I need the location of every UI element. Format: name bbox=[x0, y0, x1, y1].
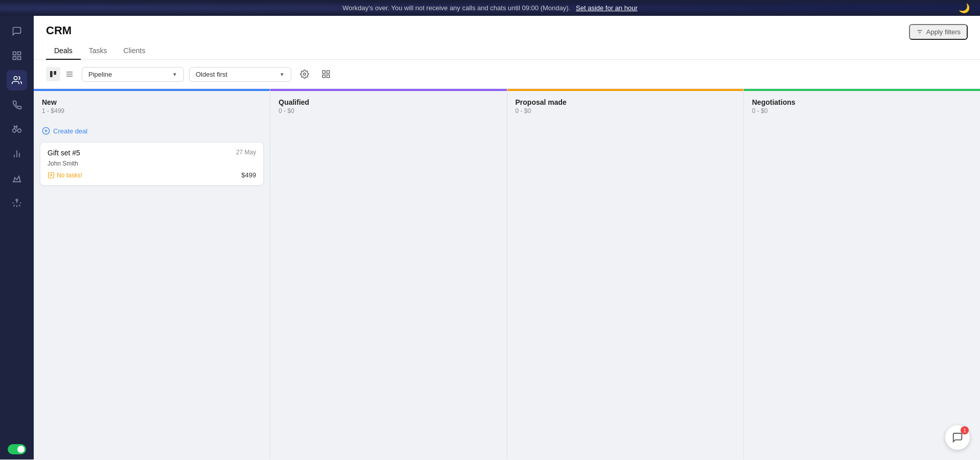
svg-rect-3 bbox=[18, 57, 21, 60]
sidebar-bottom bbox=[8, 444, 26, 454]
notification-bar: Workday's over. You will not receive any… bbox=[0, 0, 980, 16]
moon-icon: 🌙 bbox=[959, 3, 970, 14]
column-negotiations: Negotiations 0 - $0 bbox=[744, 89, 980, 459]
tab-deals[interactable]: Deals bbox=[46, 42, 81, 60]
deal-name: Gift set #5 bbox=[48, 149, 80, 157]
column-new-count: 1 - $499 bbox=[42, 107, 262, 114]
main-content: CRM Apply filters Deals Tasks Clients bbox=[34, 16, 980, 459]
column-negotiations-body bbox=[744, 120, 980, 459]
column-new-header: New 1 - $499 bbox=[34, 91, 270, 120]
deal-task-badge: No tasks! bbox=[48, 172, 82, 179]
sidebar-icon-phone[interactable] bbox=[7, 95, 27, 115]
column-proposal-title: Proposal made bbox=[516, 98, 735, 106]
kanban-board: New 1 - $499 Create deal Gift set #5 27 … bbox=[34, 89, 980, 459]
svg-point-4 bbox=[14, 77, 17, 80]
column-proposal-count: 0 - $0 bbox=[516, 107, 735, 114]
svg-rect-0 bbox=[13, 52, 16, 55]
toolbar: Pipeline ▼ Oldest first ▼ bbox=[34, 60, 980, 89]
view-toggle bbox=[46, 67, 77, 81]
list-view-button[interactable] bbox=[62, 67, 77, 81]
notification-message: Workday's over. You will not receive any… bbox=[342, 4, 570, 12]
svg-rect-22 bbox=[327, 71, 330, 73]
svg-rect-23 bbox=[322, 75, 325, 78]
column-negotiations-header: Negotiations 0 - $0 bbox=[744, 91, 980, 120]
deal-date: 27 May bbox=[236, 149, 256, 156]
deal-card[interactable]: Gift set #5 27 May John Smith No tasks! … bbox=[40, 142, 264, 186]
deal-footer: No tasks! $499 bbox=[48, 171, 256, 179]
column-qualified-count: 0 - $0 bbox=[278, 107, 498, 114]
column-negotiations-count: 0 - $0 bbox=[752, 107, 972, 114]
deal-amount: $499 bbox=[241, 171, 256, 179]
deal-person: John Smith bbox=[48, 160, 256, 167]
chat-bubble-button[interactable]: 1 bbox=[945, 425, 970, 450]
pipeline-label: Pipeline bbox=[88, 71, 112, 78]
svg-point-10 bbox=[16, 199, 17, 201]
svg-rect-2 bbox=[13, 57, 16, 60]
svg-rect-15 bbox=[50, 71, 53, 77]
svg-rect-1 bbox=[18, 52, 21, 55]
apply-filters-label: Apply filters bbox=[926, 28, 961, 36]
column-proposal: Proposal made 0 - $0 bbox=[507, 89, 744, 459]
apply-filters-button[interactable]: Apply filters bbox=[909, 24, 968, 40]
sidebar-icon-team[interactable] bbox=[7, 70, 27, 90]
pipeline-dropdown-arrow: ▼ bbox=[172, 72, 177, 77]
svg-point-6 bbox=[18, 129, 21, 132]
sort-label: Oldest first bbox=[196, 71, 227, 78]
tabs: Deals Tasks Clients bbox=[46, 42, 968, 59]
column-new-title: New bbox=[42, 98, 262, 106]
sidebar-icon-binoculars[interactable] bbox=[7, 119, 27, 140]
column-negotiations-title: Negotiations bbox=[752, 98, 972, 106]
svg-rect-21 bbox=[322, 71, 325, 73]
page-title: CRM bbox=[46, 24, 72, 37]
column-proposal-body bbox=[507, 120, 743, 459]
kanban-view-button[interactable] bbox=[46, 67, 60, 81]
sidebar bbox=[0, 16, 34, 459]
column-qualified-body bbox=[270, 120, 506, 459]
sidebar-icon-contact[interactable] bbox=[7, 45, 27, 66]
no-tasks-label: No tasks! bbox=[57, 172, 82, 179]
column-qualified: Qualified 0 - $0 bbox=[270, 89, 507, 459]
svg-point-5 bbox=[13, 129, 16, 132]
svg-point-20 bbox=[304, 73, 306, 76]
chart-icon-btn[interactable] bbox=[318, 66, 334, 82]
tab-clients[interactable]: Clients bbox=[115, 42, 154, 60]
column-new: New 1 - $499 Create deal Gift set #5 27 … bbox=[34, 89, 270, 459]
settings-icon-btn[interactable] bbox=[296, 66, 313, 82]
sidebar-icon-chart[interactable] bbox=[7, 144, 27, 164]
status-toggle[interactable] bbox=[8, 444, 26, 454]
set-aside-link[interactable]: Set aside for an hour bbox=[576, 4, 638, 12]
deal-card-header: Gift set #5 27 May bbox=[48, 149, 256, 157]
toggle-thumb bbox=[17, 446, 25, 453]
page-header: CRM Apply filters Deals Tasks Clients bbox=[34, 16, 980, 60]
column-new-body: Create deal Gift set #5 27 May John Smit… bbox=[34, 120, 270, 459]
svg-rect-16 bbox=[54, 71, 56, 75]
app-container: CRM Apply filters Deals Tasks Clients bbox=[0, 16, 980, 459]
sidebar-icon-settings[interactable] bbox=[7, 193, 27, 213]
sort-dropdown-arrow: ▼ bbox=[279, 72, 285, 77]
column-qualified-header: Qualified 0 - $0 bbox=[270, 91, 506, 120]
chat-notification-dot: 1 bbox=[961, 426, 969, 434]
column-qualified-title: Qualified bbox=[278, 98, 498, 106]
create-deal-button[interactable]: Create deal bbox=[40, 124, 264, 138]
svg-rect-24 bbox=[327, 75, 330, 78]
tab-tasks[interactable]: Tasks bbox=[81, 42, 115, 60]
pipeline-dropdown[interactable]: Pipeline ▼ bbox=[82, 67, 184, 82]
column-proposal-header: Proposal made 0 - $0 bbox=[507, 91, 743, 120]
sidebar-icon-chat[interactable] bbox=[7, 21, 27, 41]
create-deal-label: Create deal bbox=[53, 127, 87, 135]
sidebar-icon-crown[interactable] bbox=[7, 168, 27, 189]
sort-dropdown[interactable]: Oldest first ▼ bbox=[189, 67, 291, 82]
